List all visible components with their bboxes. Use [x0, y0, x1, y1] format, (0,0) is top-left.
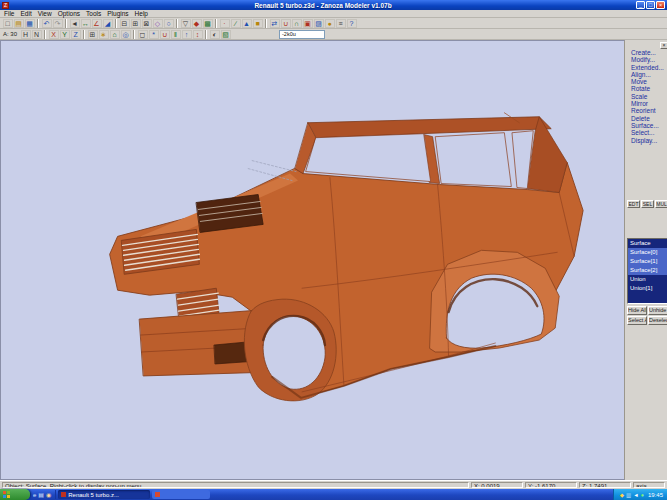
messenger-tray-icon[interactable]: ●	[641, 492, 644, 498]
deselect-button[interactable]: Deselect	[648, 316, 667, 325]
minimize-button[interactable]: _	[636, 1, 645, 9]
local-axes-icon[interactable]: ⌂	[110, 30, 120, 39]
world-axes-icon[interactable]: ◎	[121, 30, 131, 39]
show-desktop-icon[interactable]: ▤	[38, 492, 44, 498]
start-button[interactable]	[0, 489, 30, 500]
snap-vertex-icon[interactable]: ∗	[99, 30, 109, 39]
menu-item-edit[interactable]: Edit	[17, 10, 34, 18]
break-vertices-icon[interactable]: ‖	[171, 30, 181, 39]
volume-tray-icon[interactable]: ◄	[633, 492, 638, 498]
flat-shading-mode-icon[interactable]: ◆	[192, 19, 202, 28]
command-rotate[interactable]: Rotate	[627, 85, 667, 92]
close-button[interactable]: ×	[656, 1, 665, 9]
axis-y-constraint-icon[interactable]: Y	[60, 30, 70, 39]
toggle-normals-icon[interactable]: N	[32, 30, 42, 39]
network-tray-icon[interactable]: ▥	[626, 492, 631, 498]
command-display[interactable]: Display...	[627, 137, 667, 144]
command-select[interactable]: Select...	[627, 129, 667, 136]
undo-icon[interactable]: ↶	[42, 19, 52, 28]
command-reorient[interactable]: Reorient	[627, 107, 667, 114]
detach-tool-icon[interactable]: ∩	[292, 19, 302, 28]
antivirus-tray-icon[interactable]: ◆	[620, 492, 624, 498]
command-extended[interactable]: Extended...	[627, 64, 667, 71]
smooth-groups-icon[interactable]: ◐	[210, 30, 220, 39]
open-file-icon[interactable]: ▤	[14, 19, 24, 28]
menu-item-file[interactable]: File	[1, 10, 17, 18]
menu-item-help[interactable]: Help	[132, 10, 151, 18]
app-icon[interactable]: Z	[2, 2, 9, 9]
media-player-icon[interactable]: ◉	[46, 492, 51, 498]
extrude-faces-icon[interactable]: ↑	[182, 30, 192, 39]
move-tool-icon[interactable]: ↔	[81, 19, 91, 28]
command-align[interactable]: Align...	[627, 71, 667, 78]
faces-level-icon[interactable]: ▲	[242, 19, 252, 28]
internet-explorer-icon[interactable]: e	[33, 492, 36, 498]
scale-tool-icon[interactable]: ◢	[103, 19, 113, 28]
object-row[interactable]: Surface[1]	[628, 257, 667, 266]
front-view-icon[interactable]: ⊞	[131, 19, 141, 28]
wireframe-mode-icon[interactable]: ▽	[181, 19, 191, 28]
car-model-renault5[interactable]	[1, 41, 624, 484]
perspective-view-icon[interactable]: ◇	[153, 19, 163, 28]
menu-item-plugins[interactable]: Plugins	[104, 10, 131, 18]
command-create[interactable]: Create...	[627, 49, 667, 56]
materials-editor-icon[interactable]: ▣	[303, 19, 313, 28]
mode-button-mul[interactable]: MUL	[655, 200, 667, 208]
textured-mode-icon[interactable]: ▩	[203, 19, 213, 28]
snap-grid-icon[interactable]: ⊞	[88, 30, 98, 39]
select-tool-icon[interactable]: ◄	[70, 19, 80, 28]
menu-item-options[interactable]: Options	[55, 10, 83, 18]
weld-vertices-icon[interactable]: ∪	[160, 30, 170, 39]
texture-browser-icon[interactable]: ▨	[314, 19, 324, 28]
vertices-level-icon[interactable]: ·	[220, 19, 230, 28]
system-tray[interactable]: ◆▥◄● 19:45	[613, 489, 667, 500]
command-scale[interactable]: Scale	[627, 93, 667, 100]
panel-close-icon[interactable]: ×	[660, 42, 667, 49]
object-row[interactable]: Surface[2]	[628, 266, 667, 275]
toggle-hidden-icon[interactable]: H	[21, 30, 31, 39]
hide-all-button[interactable]: Hide All	[627, 306, 647, 315]
taskbar-task[interactable]	[152, 490, 210, 499]
viewport-3d[interactable]	[0, 40, 625, 480]
redo-icon[interactable]: ↷	[53, 19, 63, 28]
settings-icon[interactable]: ≡	[336, 19, 346, 28]
edges-level-icon[interactable]: ∕	[231, 19, 241, 28]
mode-button-edt[interactable]: EDT	[627, 200, 640, 208]
object-row[interactable]: Surface	[628, 239, 667, 248]
help-icon[interactable]: ?	[347, 19, 357, 28]
hide-selected-icon[interactable]: ◻	[138, 30, 148, 39]
side-view-icon[interactable]: ⊠	[142, 19, 152, 28]
zoom-view-icon[interactable]: ○	[164, 19, 174, 28]
command-mirror[interactable]: Mirror	[627, 100, 667, 107]
object-action-buttons: Hide AllUnhide AllSelect AllDeselect	[627, 306, 667, 325]
command-modify[interactable]: Modify...	[627, 56, 667, 63]
taskbar-task[interactable]: Renault 5 turbo.z...	[58, 490, 150, 499]
new-file-icon[interactable]: □	[3, 19, 13, 28]
object-row[interactable]: Union	[628, 275, 667, 284]
attach-tool-icon[interactable]: ∪	[281, 19, 291, 28]
object-row[interactable]: Union[1]	[628, 284, 667, 293]
command-surface[interactable]: Surface...	[627, 122, 667, 129]
object-row[interactable]: Surface[0]	[628, 248, 667, 257]
mirror-tool-icon[interactable]: ⇄	[270, 19, 280, 28]
command-move[interactable]: Move	[627, 78, 667, 85]
mode-button-sel[interactable]: SEL	[641, 200, 654, 208]
select-all-button[interactable]: Select All	[627, 316, 647, 325]
axis-x-constraint-icon[interactable]: X	[49, 30, 59, 39]
axis-z-constraint-icon[interactable]: Z	[71, 30, 81, 39]
material-combo[interactable]: -2k0u	[279, 30, 325, 39]
menu-item-tools[interactable]: Tools	[83, 10, 104, 18]
unhide-all-button[interactable]: Unhide All	[648, 306, 667, 315]
menu-item-view[interactable]: View	[35, 10, 55, 18]
rotate-tool-icon[interactable]: ∠	[92, 19, 102, 28]
render-scene-icon[interactable]: ●	[325, 19, 335, 28]
maximize-button[interactable]: □	[646, 1, 655, 9]
flip-normals-icon[interactable]: ↕	[193, 30, 203, 39]
freeze-selected-icon[interactable]: *	[149, 30, 159, 39]
objects-level-icon[interactable]: ■	[253, 19, 263, 28]
save-file-icon[interactable]: ▦	[25, 19, 35, 28]
objects-list[interactable]: SurfaceSurface[0]Surface[1]Surface[2]Uni…	[627, 238, 667, 304]
command-delete[interactable]: Delete	[627, 115, 667, 122]
top-view-icon[interactable]: ⊟	[120, 19, 130, 28]
uv-mapper-icon[interactable]: ▧	[221, 30, 231, 39]
